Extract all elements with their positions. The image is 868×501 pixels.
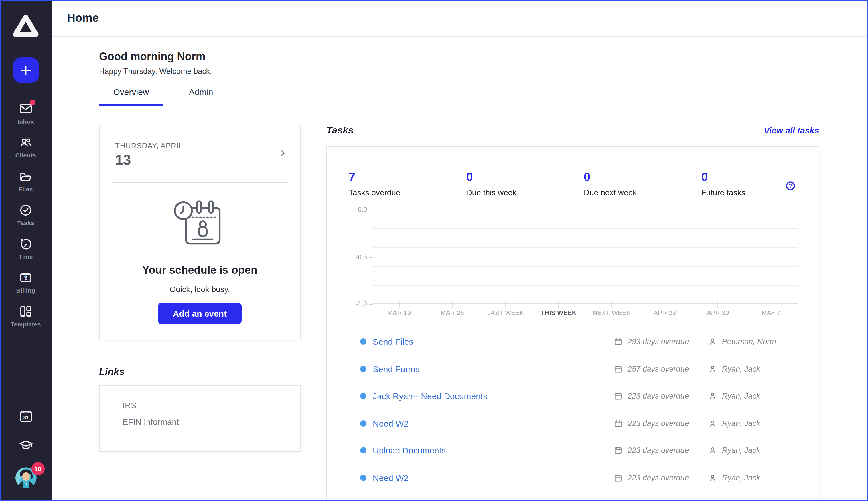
global-add-button[interactable]: [13, 57, 39, 83]
y-tick-label: -1.0: [355, 301, 367, 308]
chart-x-labels: MAR 19 MAR 26 LAST WEEK THIS WEEK NEXT W…: [373, 309, 797, 316]
envelope-icon: [19, 102, 33, 116]
stat-value: 7: [349, 170, 467, 184]
sidebar-item-files[interactable]: Files: [0, 168, 52, 194]
people-icon: [19, 136, 33, 149]
task-title-link[interactable]: Need W2: [373, 418, 614, 428]
task-list: Send Files 293 days overdue Peterson, No…: [327, 328, 819, 491]
task-row: Need W2 223 days overdue Ryan, Jack: [327, 464, 819, 491]
task-row: Jack Ryan-- Need Documents 223 days over…: [327, 383, 819, 410]
sidebar-item-time[interactable]: Time: [0, 235, 52, 262]
greeting: Good morning Norm Happy Thursday. Welcom…: [99, 50, 819, 76]
help-icon[interactable]: ?: [785, 181, 795, 191]
tab-admin[interactable]: Admin: [175, 87, 227, 105]
task-title-link[interactable]: Send Forms: [373, 364, 614, 374]
task-title-link[interactable]: Upload Documents: [373, 446, 614, 456]
assignee-person-icon: [708, 419, 717, 428]
view-all-tasks-link[interactable]: View all tasks: [764, 125, 819, 135]
calendar-due-icon: [614, 365, 622, 373]
chart-plot-area: 0.0 -0.5 -1.0: [373, 210, 797, 304]
task-due-text: 223 days overdue: [628, 446, 689, 455]
stat-tasks-overdue: 7 Tasks overdue: [349, 170, 467, 197]
stat-label: Due next week: [584, 188, 701, 197]
schedule-date-kicker: THURSDAY, APRIL: [115, 141, 285, 150]
main-content: Good morning Norm Happy Thursday. Welcom…: [52, 50, 868, 501]
tab-bar: Overview Admin: [99, 87, 819, 105]
tab-overview[interactable]: Overview: [99, 87, 163, 106]
task-status-dot: [360, 393, 366, 399]
task-due-text: 223 days overdue: [628, 419, 689, 428]
app-window: Inbox Clients Files Tasks: [0, 0, 868, 501]
sidebar-item-tasks[interactable]: Tasks: [0, 202, 52, 228]
task-assignee-text: Ryan, Jack: [722, 446, 760, 455]
chevron-right-icon[interactable]: [278, 148, 287, 158]
tasks-section: Tasks View all tasks 7 Tasks overdue 0 D…: [326, 125, 819, 501]
add-event-button[interactable]: Add an event: [158, 303, 242, 324]
y-tick-label: 0.0: [358, 206, 367, 213]
left-column: THURSDAY, APRIL 13: [99, 125, 301, 452]
sidebar-item-label: Billing: [16, 287, 35, 294]
assignee-person-icon: [708, 338, 717, 346]
link-item-irs[interactable]: IRS: [122, 401, 300, 410]
svg-text:?: ?: [789, 183, 792, 189]
timer-icon: [19, 237, 33, 251]
x-tick-label: LAST WEEK: [479, 309, 532, 316]
x-tick-label: NEXT WEEK: [585, 309, 639, 316]
stat-value: 0: [701, 170, 819, 184]
user-avatar[interactable]: 10: [15, 467, 36, 488]
schedule-headline: Your schedule is open: [100, 264, 300, 277]
check-circle-icon: [19, 203, 33, 217]
x-tick-label: APR 23: [639, 309, 692, 316]
sidebar-item-label: Clients: [15, 152, 36, 159]
calendar-clock-illustration-icon: [100, 196, 300, 254]
task-status-dot: [360, 447, 366, 454]
task-status-dot: [360, 420, 366, 427]
link-item-efin[interactable]: EFIN Informant: [122, 417, 300, 427]
sidebar-item-label: Templates: [11, 321, 41, 328]
stat-value: 0: [584, 170, 701, 184]
task-title-link[interactable]: Jack Ryan-- Need Documents: [373, 391, 614, 401]
task-assignee-text: Ryan, Jack: [722, 392, 760, 401]
task-row: Send Forms 257 days overdue Ryan, Jack: [327, 355, 819, 383]
sidebar-item-label: Files: [19, 185, 33, 192]
task-title-link[interactable]: Need W2: [373, 473, 614, 483]
task-row: Upload Documents 223 days overdue Ryan, …: [327, 437, 819, 464]
calendar-due-icon: [614, 338, 622, 346]
stat-due-this-week: 0 Due this week: [467, 170, 584, 197]
stat-label: Due this week: [467, 188, 584, 197]
x-tick-label-current: THIS WEEK: [532, 309, 586, 316]
sidebar-item-billing[interactable]: $ Billing: [0, 269, 52, 296]
task-due-text: 257 days overdue: [628, 365, 689, 373]
task-due-text: 293 days overdue: [628, 338, 689, 346]
task-assignee-text: Peterson, Norm: [722, 338, 776, 346]
task-title-link[interactable]: Send Files: [373, 337, 614, 347]
unread-dot-badge: [30, 100, 35, 105]
stat-value: 0: [467, 170, 584, 184]
calendar-31-icon[interactable]: 31: [19, 409, 33, 423]
schedule-divider: [110, 182, 289, 183]
sidebar-item-templates[interactable]: Templates: [0, 303, 52, 329]
task-stats: 7 Tasks overdue 0 Due this week 0 Due ne…: [327, 147, 819, 197]
page-title: Home: [67, 11, 99, 25]
calendar-due-icon: [614, 446, 622, 455]
page-header: Home: [52, 0, 868, 36]
sidebar-item-clients[interactable]: Clients: [0, 134, 52, 160]
sidebar-item-label: Inbox: [18, 118, 34, 125]
stat-label: Tasks overdue: [349, 188, 467, 197]
task-assignee-text: Ryan, Jack: [722, 365, 760, 373]
tasks-card: 7 Tasks overdue 0 Due this week 0 Due ne…: [326, 146, 819, 501]
x-tick-label: MAR 19: [373, 309, 426, 316]
schedule-card: THURSDAY, APRIL 13: [99, 125, 301, 340]
task-assignee-text: Ryan, Jack: [722, 473, 760, 482]
chart-x-ticks: [373, 304, 797, 308]
x-tick-label: MAY 7: [744, 309, 798, 316]
dollar-card-icon: $: [19, 271, 33, 285]
canopy-logo-icon: [13, 14, 39, 38]
graduation-cap-icon[interactable]: [19, 438, 33, 452]
schedule-date-day: 13: [115, 152, 285, 168]
links-card: IRS EFIN Informant: [99, 385, 301, 452]
task-due-text: 223 days overdue: [628, 392, 689, 401]
calendar-due-icon: [614, 419, 622, 428]
assignee-person-icon: [708, 473, 717, 482]
sidebar-item-inbox[interactable]: Inbox: [0, 100, 52, 127]
